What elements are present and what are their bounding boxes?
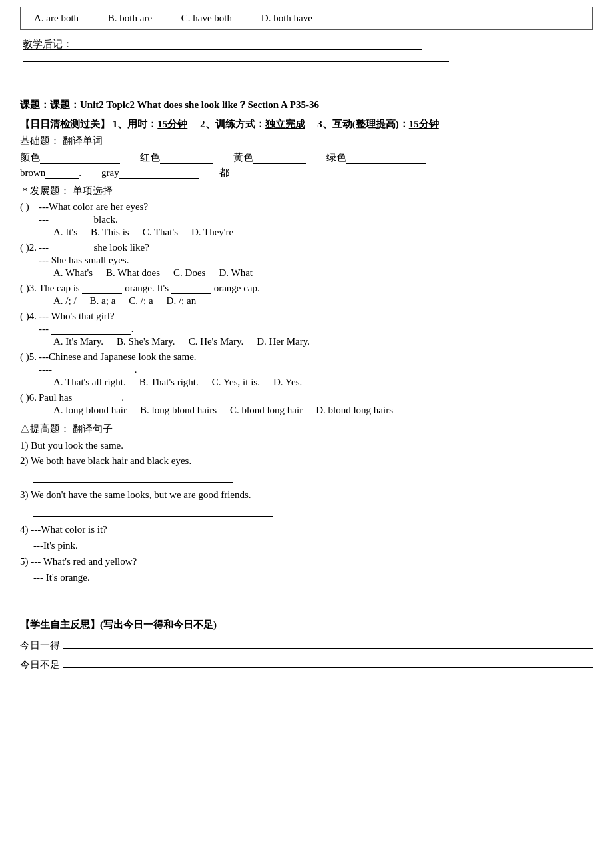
- ji-chu-label: 基础题： 翻译单词: [20, 135, 593, 147]
- question-2: ( )2. --- she look like? --- She has sma…: [20, 242, 593, 279]
- teaching-note-blank: [23, 50, 449, 62]
- vocab-row-1: 颜色 红色 黄色 绿色: [20, 151, 593, 164]
- question-6: ( )6. Paul has . A. long blond hair B. l…: [20, 392, 593, 416]
- teaching-note-label: 教学后记：: [23, 38, 422, 50]
- trans-3-blank: [33, 505, 273, 517]
- self-row-2: 今日不足: [20, 656, 593, 671]
- trans-2: 2) We both have black hair and black eye…: [20, 455, 593, 467]
- self-reflect-section: 【学生自主反思】(写出今日一得和今日不足) 今日一得 今日不足: [20, 619, 593, 671]
- ri-ri-qing: 【日日清检测过关】 1、用时：15分钟 2、训练方式：独立完成 3、互动(整理提…: [20, 118, 593, 131]
- blank-lvse: [346, 153, 426, 164]
- question-5: ( )5. ---Chinese and Japanese look the s…: [20, 351, 593, 388]
- option-d: D. both have: [261, 13, 312, 23]
- trans-5a: 5) --- What's red and yellow?: [20, 555, 593, 567]
- option-b: B. both are: [108, 13, 152, 23]
- blank-dou: [229, 169, 269, 179]
- ri-ri-qing-bracket: 【日日清检测过关】: [20, 119, 110, 129]
- trans-4a: 4) ---What color is it?: [20, 523, 593, 535]
- q2-options: A. What's B. What does C. Does D. What: [53, 267, 593, 279]
- blank-huangse: [253, 153, 306, 164]
- blank-gray: [119, 168, 199, 179]
- blank-hongse: [160, 153, 213, 164]
- option-a: A. are both: [34, 13, 79, 23]
- fazhan-label: ＊发展题： 单项选择: [20, 185, 593, 197]
- q5-options: A. That's all right. B. That's right. C.…: [53, 377, 593, 388]
- blank-yanse: [40, 153, 120, 164]
- ti-gao-label: △提高题： 翻译句子: [20, 423, 593, 435]
- q4-options: A. It's Mary. B. She's Mary. C. He's Mar…: [53, 336, 593, 347]
- trans-1: 1) But you look the same.: [20, 439, 593, 451]
- self-reflect-title: 【学生自主反思】(写出今日一得和今日不足): [20, 619, 593, 631]
- blank-brown: [45, 168, 79, 179]
- q1-options: A. It's B. This is C. That's D. They're: [53, 227, 593, 238]
- question-3: ( )3. The cap is orange. It's orange cap…: [20, 283, 593, 307]
- question-1: ( ) ---What color are her eyes? --- blac…: [20, 201, 593, 238]
- trans-2-blank: [33, 471, 233, 483]
- section-title: 课题：课题：Unit2 Topic2 What does she look li…: [20, 99, 593, 111]
- trans-3: 3) We don't have the same looks, but we …: [20, 489, 593, 501]
- trans-5b: --- It's orange.: [33, 571, 593, 583]
- teaching-note: 教学后记：: [20, 38, 593, 62]
- vocab-row-2: brown. gray 都: [20, 167, 593, 179]
- q3-options: A. /; / B. a; a C. /; a D. /; an: [53, 295, 593, 307]
- trans-4b: ---It's pink.: [33, 539, 593, 551]
- self-row-1: 今日一得: [20, 637, 593, 652]
- q6-options: A. long blond hair B. long blond hairs C…: [53, 405, 593, 416]
- option-c: C. have both: [181, 13, 232, 23]
- top-options-box: A. are both B. both are C. have both D. …: [20, 7, 593, 30]
- question-4: ( )4. --- Who's that girl? --- . A. It's…: [20, 311, 593, 347]
